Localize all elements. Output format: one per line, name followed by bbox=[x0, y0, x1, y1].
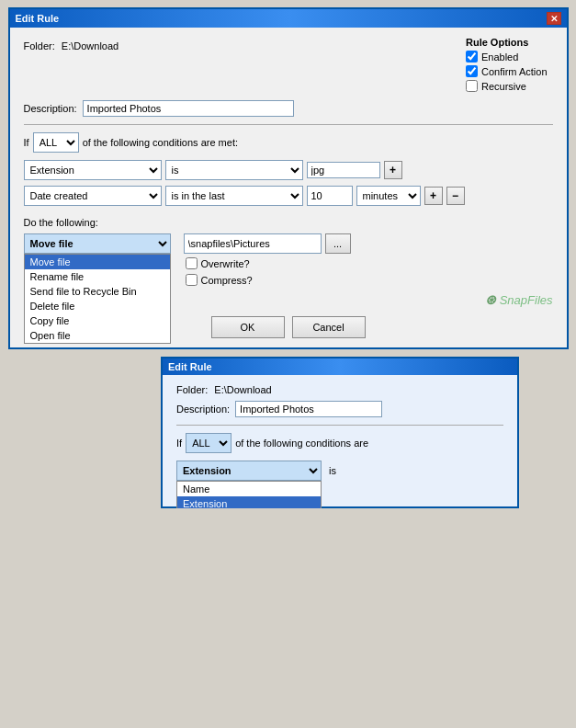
edit-rule-window-1: Edit Rule ✕ Folder: E:\Download Rule Opt… bbox=[8, 7, 569, 349]
close-button-1[interactable]: ✕ bbox=[547, 12, 561, 25]
action-dropdown-container: Move file Move file Rename file Send fil… bbox=[24, 233, 171, 254]
all-select-2[interactable]: ALL bbox=[186, 433, 232, 453]
overwrite-checkbox[interactable] bbox=[186, 257, 198, 269]
if-row-2: If ALL of the following conditions are bbox=[176, 433, 503, 453]
do-section: Do the following: Move file Move file Re… bbox=[24, 217, 553, 289]
action-dropdown-list[interactable]: Move file Rename file Send file to Recyc… bbox=[24, 254, 171, 344]
action-option-rename[interactable]: Rename file bbox=[25, 269, 170, 284]
description-input-2[interactable] bbox=[235, 401, 382, 417]
conditions-label: of the following conditions are met: bbox=[83, 137, 238, 148]
if-row: If ALL of the following conditions are m… bbox=[24, 132, 553, 153]
title-bar-1: Edit Rule ✕ bbox=[10, 9, 567, 28]
value-input-1[interactable] bbox=[307, 162, 380, 178]
description-label-2: Description: bbox=[176, 404, 230, 415]
separator-1 bbox=[24, 124, 553, 125]
folder-value-2: E:\Download bbox=[214, 384, 271, 395]
field-option-extension[interactable]: Extension bbox=[177, 496, 321, 508]
title-bar-label-1: Edit Rule bbox=[16, 13, 60, 24]
folder-label-2: Folder: bbox=[176, 384, 208, 395]
recursive-row: Recursive bbox=[466, 80, 553, 92]
field-dropdown-container: Extension Name Extension Size Date last … bbox=[176, 461, 322, 481]
rule-options-section: Rule Options Enabled Confirm Action Recu… bbox=[466, 37, 553, 95]
confirm-row: Confirm Action bbox=[466, 65, 553, 77]
action-select[interactable]: Move file bbox=[24, 233, 171, 254]
enabled-label: Enabled bbox=[481, 51, 518, 63]
recursive-label: Recursive bbox=[481, 81, 526, 92]
do-row: Move file Move file Rename file Send fil… bbox=[24, 233, 553, 289]
ok-button[interactable]: OK bbox=[211, 316, 285, 338]
field-select-open[interactable]: Extension bbox=[176, 461, 322, 481]
path-input[interactable] bbox=[184, 233, 322, 254]
action-option-open[interactable]: Open file bbox=[25, 328, 170, 343]
enabled-checkbox[interactable] bbox=[466, 51, 478, 63]
compress-label: Compress? bbox=[201, 275, 253, 286]
action-option-send[interactable]: Send file to Recycle Bin bbox=[25, 284, 170, 299]
action-option-copy[interactable]: Copy file bbox=[25, 313, 170, 328]
add-condition-button-1[interactable]: + bbox=[384, 161, 402, 179]
field-select-2[interactable]: Date created bbox=[24, 186, 162, 206]
add-condition-button-2[interactable]: + bbox=[424, 187, 443, 205]
browse-button[interactable]: ... bbox=[325, 233, 351, 254]
edit-rule-window-2: Edit Rule Folder: E:\Download Descriptio… bbox=[161, 357, 519, 508]
remove-condition-button-2[interactable]: − bbox=[446, 187, 465, 205]
do-label: Do the following: bbox=[24, 217, 553, 228]
description-row: Description: bbox=[24, 100, 553, 117]
folder-row-2: Folder: E:\Download bbox=[176, 384, 503, 395]
overwrite-row: Overwrite? bbox=[186, 257, 351, 269]
if-label-2: If bbox=[176, 438, 182, 449]
operator-select-1[interactable]: is bbox=[165, 160, 303, 180]
field-option-name[interactable]: Name bbox=[177, 482, 321, 496]
field-dropdown-list[interactable]: Name Extension Size Date last modified D… bbox=[176, 481, 322, 508]
unit-select-2[interactable]: minutes bbox=[356, 186, 421, 206]
folder-label: Folder: bbox=[24, 40, 55, 51]
folder-value: E:\Download bbox=[62, 40, 119, 51]
description-label: Description: bbox=[24, 103, 77, 114]
action-option-delete[interactable]: Delete file bbox=[25, 299, 170, 313]
if-label: If bbox=[24, 137, 29, 148]
condition-row-1: Extension is + bbox=[24, 160, 553, 180]
confirm-checkbox[interactable] bbox=[466, 65, 478, 77]
title-bar-2: Edit Rule bbox=[163, 358, 517, 375]
condition-row-2: Date created is in the last minutes + − bbox=[24, 186, 553, 206]
description-row-2: Description: bbox=[176, 401, 503, 417]
compress-checkbox[interactable] bbox=[186, 274, 198, 286]
overwrite-label: Overwrite? bbox=[201, 258, 250, 269]
action-option-move[interactable]: Move file bbox=[25, 255, 170, 269]
conditions-label-2: of the following conditions are bbox=[235, 438, 368, 449]
condition-row2-1: Extension Name Extension Size Date last … bbox=[176, 461, 503, 481]
separator-2 bbox=[176, 425, 503, 426]
recursive-checkbox[interactable] bbox=[466, 80, 478, 92]
compress-row: Compress? bbox=[186, 274, 351, 286]
window-body-1: Folder: E:\Download Rule Options Enabled… bbox=[10, 28, 567, 347]
field-select-1[interactable]: Extension bbox=[24, 160, 162, 180]
enabled-row: Enabled bbox=[466, 51, 553, 63]
cancel-button[interactable]: Cancel bbox=[292, 316, 366, 338]
all-select[interactable]: ALL bbox=[33, 132, 79, 153]
description-input[interactable] bbox=[83, 100, 294, 117]
value-input-2[interactable] bbox=[307, 186, 353, 206]
window-body-2: Folder: E:\Download Description: If ALL … bbox=[163, 375, 517, 506]
operator-label-2: is bbox=[329, 465, 336, 476]
operator-select-2[interactable]: is in the last bbox=[165, 186, 303, 206]
rule-options-title: Rule Options bbox=[466, 37, 553, 48]
confirm-label: Confirm Action bbox=[481, 66, 548, 77]
title-bar-label-2: Edit Rule bbox=[168, 361, 212, 372]
